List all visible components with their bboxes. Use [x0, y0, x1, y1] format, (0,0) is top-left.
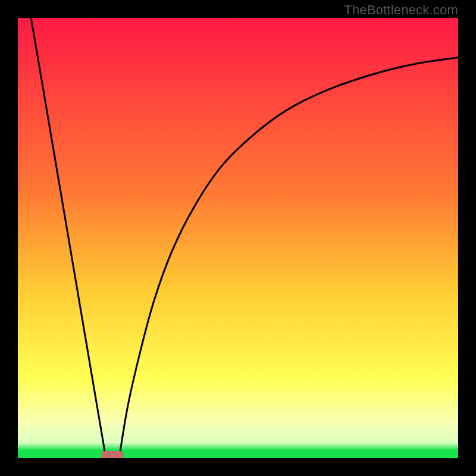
- minimum-marker: [102, 451, 124, 458]
- plot-area: [18, 18, 458, 458]
- chart-frame: TheBottleneck.com: [0, 0, 476, 476]
- chart-svg: [18, 18, 458, 458]
- gradient-background: [18, 18, 458, 458]
- watermark-text: TheBottleneck.com: [344, 2, 458, 18]
